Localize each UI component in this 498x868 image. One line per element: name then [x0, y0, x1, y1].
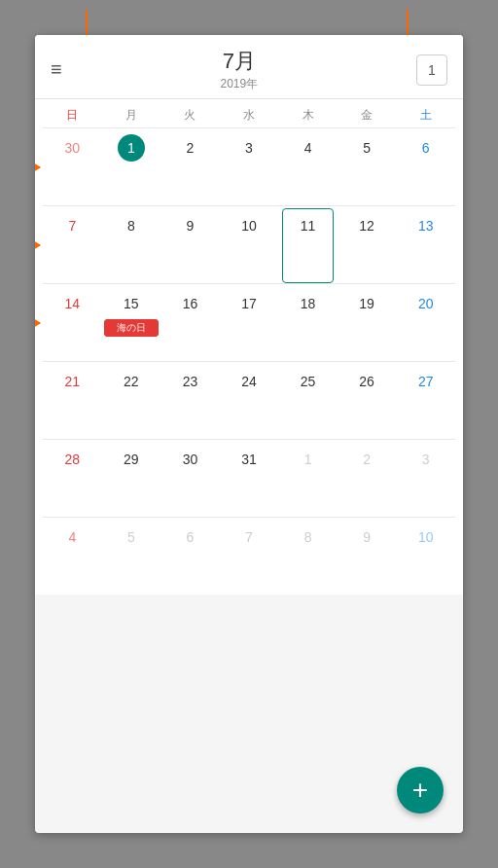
day-num: 8	[118, 212, 145, 239]
day-cell-28[interactable]: 28	[43, 440, 102, 517]
day-num: 16	[176, 290, 203, 317]
day-cell-31[interactable]: 31	[220, 440, 279, 517]
day-cell-27[interactable]: 27	[396, 362, 455, 439]
calendar-header: ≡ 7月 2019年 1	[35, 35, 463, 99]
day-num: 27	[412, 368, 440, 395]
day-cell-4-next[interactable]: 4	[43, 518, 102, 595]
day-num: 15	[118, 290, 145, 317]
header-year: 2019年	[220, 76, 258, 92]
day-num: 6	[176, 524, 203, 551]
day-num: 7	[235, 524, 263, 551]
day-num: 2	[176, 134, 203, 162]
day-num: 12	[353, 212, 380, 239]
day-num: 21	[58, 368, 86, 395]
day-num: 14	[58, 290, 86, 317]
day-cell-6-next[interactable]: 6	[160, 518, 220, 595]
fab-add-button[interactable]: +	[397, 767, 444, 814]
day-cell-5[interactable]: 5	[338, 128, 397, 205]
day-cell-8[interactable]: 8	[102, 206, 161, 283]
day-cell-25[interactable]: 25	[278, 362, 338, 439]
day-cell-17[interactable]: 17	[220, 284, 279, 361]
day-num: 5	[118, 524, 145, 551]
day-num: 25	[295, 368, 322, 395]
day-cell-18[interactable]: 18	[278, 284, 338, 361]
day-num: 10	[412, 524, 440, 551]
day-num: 31	[235, 446, 263, 473]
day-num: 30	[176, 446, 203, 473]
day-cell-10-next[interactable]: 10	[396, 518, 455, 595]
day-cell-15[interactable]: 15 海の日	[102, 284, 161, 361]
day-cell-14[interactable]: 14	[43, 284, 102, 361]
day-cell-3-next[interactable]: 3	[396, 440, 455, 517]
day-cell-24[interactable]: 24	[220, 362, 279, 439]
weekday-sat: 土	[396, 107, 455, 124]
calendar-grid: 日 月 火 水 木 金 土 30 1	[35, 99, 463, 595]
day-cell-26[interactable]: 26	[338, 362, 397, 439]
day-cell-1-next[interactable]: 1	[278, 440, 338, 517]
day-cell-2[interactable]: 2	[160, 128, 220, 205]
day-num: 22	[118, 368, 145, 395]
weekday-sun: 日	[43, 107, 102, 124]
day-num: 4	[58, 524, 86, 551]
day-num: 2	[353, 446, 380, 473]
day-cell-30[interactable]: 30	[160, 440, 220, 517]
weekday-mon: 月	[102, 107, 161, 124]
day-cell-10[interactable]: 10	[220, 206, 279, 283]
weekday-fri: 金	[338, 107, 397, 124]
day-cell-7[interactable]: 7	[43, 206, 102, 283]
menu-icon[interactable]: ≡	[51, 58, 62, 81]
day-cell-9[interactable]: 9	[160, 206, 220, 283]
day-num: 29	[118, 446, 145, 473]
day-num-today: 1	[118, 134, 145, 162]
today-button[interactable]: 1	[416, 54, 447, 86]
day-num: 20	[412, 290, 440, 317]
day-num: 30	[58, 134, 86, 162]
day-num: 28	[58, 446, 86, 473]
day-num: 3	[412, 446, 440, 473]
day-cell-22[interactable]: 22	[102, 362, 161, 439]
day-cell-12[interactable]: 12	[338, 206, 397, 283]
day-cell-11[interactable]: 11	[278, 206, 338, 283]
day-cell-4[interactable]: 4	[278, 128, 338, 205]
day-num: 1	[295, 446, 322, 473]
day-cell-23[interactable]: 23	[160, 362, 220, 439]
weekday-wed: 水	[220, 107, 279, 124]
day-num: 7	[58, 212, 86, 239]
day-num: 8	[295, 524, 322, 551]
day-num: 4	[295, 134, 322, 162]
day-num: 13	[412, 212, 440, 239]
day-cell-20[interactable]: 20	[396, 284, 455, 361]
day-cell-21[interactable]: 21	[43, 362, 102, 439]
day-cell-8-next[interactable]: 8	[278, 518, 338, 595]
week-row: 14 15 海の日 16 17 18 19	[43, 283, 455, 361]
day-num: 26	[353, 368, 380, 395]
day-cell-9-next[interactable]: 9	[338, 518, 397, 595]
week-row: 7 8 9 10 11 12 13	[43, 205, 455, 283]
day-cell-19[interactable]: 19	[338, 284, 397, 361]
day-cell-6[interactable]: 6	[396, 128, 455, 205]
day-cell-5-next[interactable]: 5	[102, 518, 161, 595]
day-num: 5	[353, 134, 380, 162]
day-cell-16[interactable]: 16	[160, 284, 220, 361]
day-cell-13[interactable]: 13	[396, 206, 455, 283]
day-num: 9	[353, 524, 380, 551]
day-num: 6	[412, 134, 440, 162]
day-cell-29[interactable]: 29	[102, 440, 161, 517]
weekday-tue: 火	[160, 107, 220, 124]
week-row: 30 1 2 3 4 5 6	[43, 127, 455, 205]
day-num: 3	[235, 134, 263, 162]
week-row: 28 29 30 31 1 2 3	[43, 439, 455, 517]
week-row: 4 5 6 7 8 9 10	[43, 517, 455, 595]
day-cell-3[interactable]: 3	[220, 128, 279, 205]
day-cell-1[interactable]: 1	[102, 128, 161, 205]
weekday-header: 日 月 火 水 木 金 土	[43, 99, 455, 127]
day-cell-30-prev[interactable]: 30	[43, 128, 102, 205]
day-num: 24	[235, 368, 263, 395]
event-badge-umi[interactable]: 海の日	[104, 319, 160, 337]
day-num: 17	[235, 290, 263, 317]
header-title: 7月 2019年	[220, 47, 258, 92]
day-cell-7-next[interactable]: 7	[220, 518, 279, 595]
day-num: 18	[295, 290, 322, 317]
day-num: 23	[176, 368, 203, 395]
day-cell-2-next[interactable]: 2	[338, 440, 397, 517]
